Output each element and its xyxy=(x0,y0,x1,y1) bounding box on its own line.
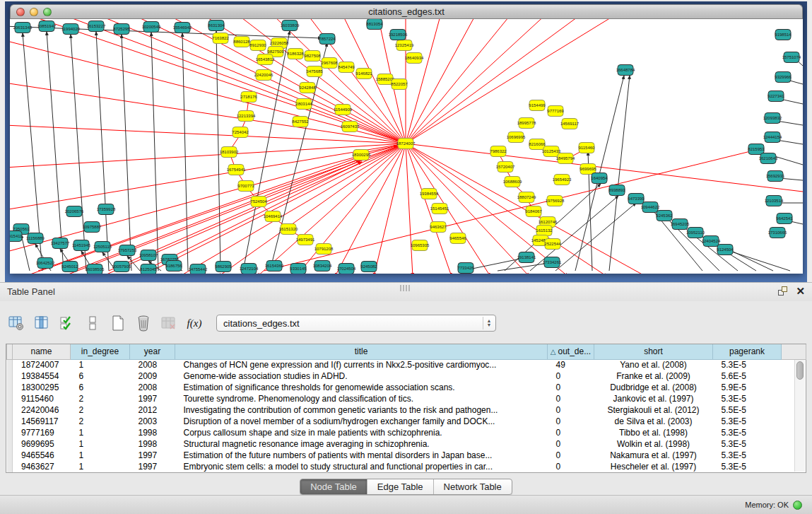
cell-name[interactable]: 9115460 xyxy=(13,393,71,404)
graph-node[interactable]: 9186756 xyxy=(165,261,182,271)
show-columns-icon[interactable] xyxy=(33,314,51,332)
cell-out_degree[interactable]: 0 xyxy=(548,416,594,427)
cell-name[interactable]: 22420046 xyxy=(13,404,71,416)
graph-node[interactable]: 8912930 xyxy=(249,40,266,51)
graph-node[interactable]: 9827508 xyxy=(304,51,321,62)
column-header-year[interactable]: year xyxy=(130,344,175,359)
table-row[interactable]: 911546021997Tourette syndrome. Phenomeno… xyxy=(7,393,806,404)
cell-name[interactable]: 9465546 xyxy=(13,450,71,461)
cell-short[interactable]: Stergiakouli et al. (2012) xyxy=(594,404,713,416)
graph-node[interactable]: 17310665 xyxy=(768,228,787,238)
cell-in_degree[interactable]: 2 xyxy=(71,416,130,427)
cell-name[interactable]: 9463627 xyxy=(13,461,71,472)
graph-node[interactable]: 10975887 xyxy=(83,222,102,233)
cell-in_degree[interactable]: 1 xyxy=(71,438,130,450)
cell-pagerank[interactable]: 5.3E-5 xyxy=(713,416,782,427)
memory-status-indicator-icon[interactable] xyxy=(793,501,802,510)
close-panel-icon[interactable]: ✕ xyxy=(796,286,805,296)
graph-node[interactable]: 9700773 xyxy=(237,181,254,192)
graph-node[interactable]: 10965305 xyxy=(411,240,430,251)
graph-node[interactable]: 17334261 xyxy=(543,257,562,268)
cell-gutter[interactable] xyxy=(7,427,13,438)
cell-title[interactable]: Corpus callosum shape and size in male p… xyxy=(175,427,548,438)
graph-node[interactable]: 12103514 xyxy=(765,196,784,206)
cell-out_degree[interactable]: 49 xyxy=(548,359,594,370)
graph-node[interactable]: 12444154 xyxy=(763,132,782,143)
cell-short[interactable]: Jankovic et al. (1997) xyxy=(594,393,713,404)
graph-node[interactable]: 16033809 xyxy=(281,21,300,31)
cell-in_degree[interactable]: 1 xyxy=(71,461,130,472)
graph-node[interactable]: 9198514 xyxy=(775,30,792,40)
cell-gutter[interactable] xyxy=(7,370,13,382)
graph-node[interactable]: 13427577 xyxy=(51,238,70,249)
graph-node[interactable]: 7254042 xyxy=(232,127,249,138)
graph-node[interactable]: 10851947 xyxy=(37,21,57,32)
select-all-columns-icon[interactable] xyxy=(58,314,76,332)
column-header-pagerank[interactable]: pagerank xyxy=(713,344,782,359)
cell-name[interactable]: 9777169 xyxy=(13,427,71,438)
graph-node[interactable]: 9242848 xyxy=(299,83,316,93)
cell-title[interactable]: Genome-wide association studies in ADHD. xyxy=(175,370,548,382)
tab-node-table[interactable]: Node Table xyxy=(300,479,367,494)
graph-node[interactable]: 8938893 xyxy=(608,185,625,196)
column-header-out_degree[interactable]: △out_de... xyxy=(548,344,594,359)
graph-node[interactable]: 9124504 xyxy=(717,245,734,255)
minimize-window-button[interactable] xyxy=(30,8,38,16)
graph-node[interactable]: 2967608 xyxy=(321,58,338,69)
graph-node[interactable]: 16543812 xyxy=(256,54,275,65)
graph-node[interactable]: 1640954 xyxy=(591,173,608,184)
cell-out_degree[interactable]: 0 xyxy=(548,370,594,382)
graph-node[interactable]: 19654923 xyxy=(553,175,572,185)
cell-out_degree[interactable]: 0 xyxy=(548,461,594,472)
column-header-gutter[interactable] xyxy=(7,344,13,359)
graph-node[interactable]: 9146821 xyxy=(355,69,372,79)
graph-node[interactable]: 19384554 xyxy=(420,189,439,199)
graph-node[interactable]: 18807249 xyxy=(517,192,536,203)
graph-node[interactable]: 19218506 xyxy=(389,30,408,40)
graph-node[interactable]: 15546942 xyxy=(173,23,192,33)
cell-year[interactable]: 2012 xyxy=(130,404,175,416)
cell-year[interactable]: 1997 xyxy=(130,450,175,461)
cell-pagerank[interactable]: 5.3E-5 xyxy=(713,450,782,461)
cell-in_degree[interactable]: 6 xyxy=(71,370,130,382)
cell-pagerank[interactable]: 5.3E-5 xyxy=(713,359,782,370)
cell-gutter[interactable] xyxy=(7,416,13,427)
graph-node[interactable]: 10469414 xyxy=(264,211,283,222)
graph-node[interactable]: 9245362 xyxy=(656,211,673,221)
graph-node[interactable]: 9777169 xyxy=(547,106,564,117)
close-window-button[interactable] xyxy=(16,8,25,16)
graph-node[interactable]: 9330145 xyxy=(290,264,307,274)
cell-title[interactable]: Estimation of the future numbers of pati… xyxy=(175,450,548,461)
graph-node[interactable]: 7524504 xyxy=(250,197,267,207)
table-row[interactable]: 1830029562008Estimation of significance … xyxy=(7,382,806,393)
cell-pagerank[interactable]: 5.3E-5 xyxy=(713,393,782,404)
graph-node[interactable]: 8813054 xyxy=(366,19,383,30)
graph-node[interactable]: 2803144 xyxy=(295,99,312,110)
graph-hub-node[interactable]: 18724007 xyxy=(396,139,416,149)
graph-node[interactable]: 12505115 xyxy=(93,242,112,252)
cell-out_degree[interactable]: 0 xyxy=(548,393,594,404)
graph-node[interactable]: 6473399 xyxy=(628,194,645,204)
graph-node[interactable]: 8522057 xyxy=(391,79,408,90)
table-row[interactable]: 946554611997Estimation of the future num… xyxy=(7,450,806,461)
cell-title[interactable]: Disruption of a novel member of a sodium… xyxy=(175,416,548,427)
graph-node[interactable]: 19756928 xyxy=(546,196,565,206)
cell-year[interactable]: 2009 xyxy=(130,370,175,382)
graph-node[interactable]: 16153227 xyxy=(87,21,106,32)
vertical-scrollbar[interactable] xyxy=(794,360,805,472)
table-row[interactable]: 1938455462009Genome-wide association stu… xyxy=(7,370,806,382)
function-builder-icon[interactable]: f(x) xyxy=(185,314,204,332)
graph-node[interactable]: 14973491 xyxy=(296,235,315,245)
graph-node[interactable]: 20631343 xyxy=(13,23,33,33)
graph-node[interactable]: 16097437 xyxy=(341,122,360,132)
graph-node[interactable]: 15145451 xyxy=(430,204,449,214)
cell-in_degree[interactable]: 2 xyxy=(71,393,130,404)
cell-in_degree[interactable]: 6 xyxy=(71,382,130,393)
graph-node[interactable]: 12213394 xyxy=(237,111,256,122)
graph-node[interactable]: 9463627 xyxy=(430,222,447,233)
cell-short[interactable]: Franke et al. (2009) xyxy=(594,370,713,382)
graph-node[interactable]: 11994020 xyxy=(61,24,81,35)
cell-name[interactable]: 9699695 xyxy=(13,438,71,450)
cell-in_degree[interactable]: 1 xyxy=(71,427,130,438)
cell-year[interactable]: 1998 xyxy=(130,427,175,438)
